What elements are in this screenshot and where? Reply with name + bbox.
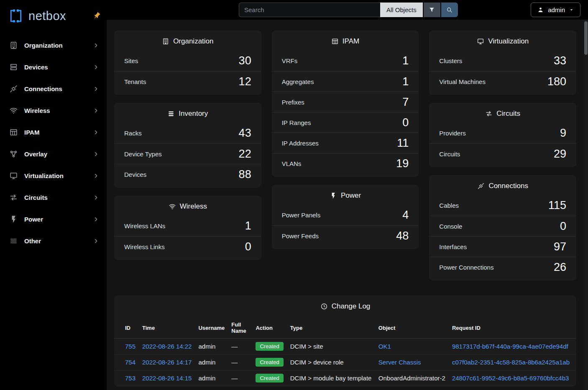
stat-value-link[interactable]: 180 — [547, 75, 566, 88]
sidebar-item-label: Circuits — [24, 194, 95, 201]
stat-clusters: Clusters 33 — [429, 51, 576, 71]
log-request-id-link[interactable]: 9817317d-b67f-440a-99ca-4ae07ede94df — [452, 343, 568, 350]
stat-value-link[interactable]: 9 — [560, 127, 566, 140]
stat-value-link[interactable]: 115 — [548, 199, 566, 212]
wifi-icon — [9, 106, 18, 115]
chevron-right-icon: › — [95, 214, 97, 224]
chevron-right-icon: › — [95, 171, 97, 180]
sidebar-item-wireless[interactable]: Wireless › — [0, 99, 107, 121]
sidebar-pin-icon[interactable] — [93, 12, 101, 20]
stat-value-link[interactable]: 43 — [239, 127, 251, 140]
sidebar-item-label: Connections — [24, 85, 95, 92]
netbox-logo-text[interactable]: netbox — [28, 9, 66, 23]
log-type: DCIM > device role — [290, 359, 344, 366]
ip-table-icon — [9, 128, 18, 137]
log-id-link[interactable]: 754 — [125, 359, 135, 366]
sidebar-item-devices[interactable]: Devices › — [0, 56, 107, 78]
stat-value-link[interactable]: 4 — [402, 209, 409, 222]
log-request-id-link[interactable]: c07f0ab2-2351-4c58-825a-8b6a2425a1ab — [452, 359, 570, 366]
sidebar-item-ipam[interactable]: IPAM › — [0, 121, 107, 143]
sidebar-item-overlay[interactable]: Overlay › — [0, 143, 107, 165]
stat-value-link[interactable]: 1 — [245, 219, 251, 232]
list-icon — [9, 237, 18, 245]
chevron-right-icon: › — [95, 106, 97, 115]
stat-value-link[interactable]: 33 — [554, 54, 566, 67]
stat-value-link[interactable]: 19 — [396, 157, 409, 170]
chevron-right-icon: › — [95, 127, 97, 137]
log-username: admin — [198, 343, 215, 350]
stat-value-link[interactable]: 48 — [396, 229, 409, 242]
card-title: Connections — [488, 182, 528, 190]
sidebar-item-virtualization[interactable]: Virtualization › — [0, 165, 107, 186]
log-time-link[interactable]: 2022-08-26 14:17 — [142, 359, 192, 366]
stat-cables: Cables 115 — [429, 195, 576, 216]
stat-value-link[interactable]: 1 — [402, 75, 409, 88]
sidebar-item-connections[interactable]: Connections › — [0, 78, 107, 99]
log-object[interactable]: OK1 — [378, 343, 391, 350]
stat-value-link[interactable]: 1 — [402, 54, 409, 67]
netbox-logo-icon[interactable] — [8, 8, 24, 24]
stat-value-link[interactable]: 88 — [239, 168, 251, 181]
log-request-id-link[interactable]: 24807c61-9952-49c6-b8a5-69760bfcc4b3 — [452, 375, 569, 382]
stat-value-link[interactable]: 30 — [239, 54, 251, 67]
stat-value-link[interactable]: 97 — [554, 240, 566, 253]
stat-value-link[interactable]: 12 — [239, 75, 251, 88]
stat-label: Wireless LANs — [124, 222, 165, 229]
global-search-input[interactable] — [239, 3, 380, 17]
sidebar-item-label: IPAM — [24, 129, 95, 136]
log-time-link[interactable]: 2022-08-26 14:15 — [142, 375, 192, 382]
log-type: DCIM > module bay template — [290, 375, 372, 382]
stat-prefixes: Prefixes 7 — [272, 92, 419, 112]
search-filter-button[interactable] — [424, 3, 440, 17]
sidebar-item-power[interactable]: Power › — [0, 208, 107, 230]
card-power: Power Power Panels 4 Power Feeds 48 — [272, 185, 419, 249]
sidebar-item-label: Virtualization — [24, 172, 95, 179]
log-time-link[interactable]: 2022-08-26 14:22 — [142, 343, 192, 350]
bolt-icon — [330, 192, 337, 199]
devices-icon — [9, 63, 18, 71]
sidebar-item-circuits[interactable]: Circuits › — [0, 186, 107, 208]
stat-value-link[interactable]: 22 — [239, 148, 251, 161]
log-id-link[interactable]: 755 — [125, 343, 135, 350]
stat-vlans: VLANs 19 — [272, 153, 419, 173]
stat-label: Cables — [439, 202, 459, 209]
sidebar-item-other[interactable]: Other › — [0, 230, 107, 252]
changelog-col-type: Type — [290, 317, 378, 339]
monitor-icon — [9, 171, 18, 180]
stat-value-link[interactable]: 11 — [397, 137, 409, 150]
stat-wireless-lans: Wireless LANs 1 — [114, 216, 261, 236]
stat-virtual-machines: Virtual Machines 180 — [429, 71, 576, 92]
card-header: IPAM — [272, 31, 419, 50]
stat-value-link[interactable]: 0 — [560, 220, 566, 233]
changelog-body: 755 2022-08-26 14:22 admin — Created DCI… — [114, 339, 576, 386]
stat-value-link[interactable]: 0 — [402, 116, 409, 129]
global-search-group: All Objects — [239, 3, 458, 17]
card-virtualization: Virtualization Clusters 33 Virtual Machi… — [429, 31, 576, 95]
card-header: Inventory — [114, 103, 261, 122]
sidebar-item-label: Other — [24, 237, 95, 245]
stat-interfaces: Interfaces 97 — [429, 236, 576, 257]
stat-value-link[interactable]: 29 — [554, 148, 566, 161]
user-menu-button[interactable]: admin — [531, 3, 580, 17]
card-inventory: Inventory Racks 43 Device Types 22 Devic… — [114, 103, 261, 188]
stat-value-link[interactable]: 7 — [402, 96, 409, 109]
log-object[interactable]: Server Chassis — [378, 359, 421, 366]
stat-label: Console — [439, 223, 462, 230]
stat-device-types: Device Types 22 — [114, 143, 261, 164]
page-scrollbar-thumb[interactable] — [584, 21, 588, 55]
stat-value-link[interactable]: 0 — [245, 240, 251, 253]
log-id-link[interactable]: 753 — [125, 375, 135, 382]
card-change-log: Change Log IDTimeUsernameFull NameAction… — [114, 296, 576, 386]
sidebar-item-organization[interactable]: Organization › — [0, 34, 107, 56]
stat-value-link[interactable]: 26 — [554, 261, 566, 274]
stat-providers: Providers 9 — [429, 123, 576, 143]
card-body: Wireless LANs 1 Wireless Links 0 — [114, 215, 261, 260]
card-header: Power — [272, 185, 419, 204]
sidebar-item-label: Wireless — [24, 107, 95, 114]
card-header: Circuits — [429, 103, 576, 122]
stat-power-feeds: Power Feeds 48 — [272, 225, 419, 246]
sidebar: netbox Organization › Devices › Connecti… — [0, 0, 107, 390]
search-submit-button[interactable] — [441, 3, 458, 17]
changelog-header-row: IDTimeUsernameFull NameActionTypeObjectR… — [114, 317, 576, 339]
search-scope-button[interactable]: All Objects — [380, 3, 423, 17]
